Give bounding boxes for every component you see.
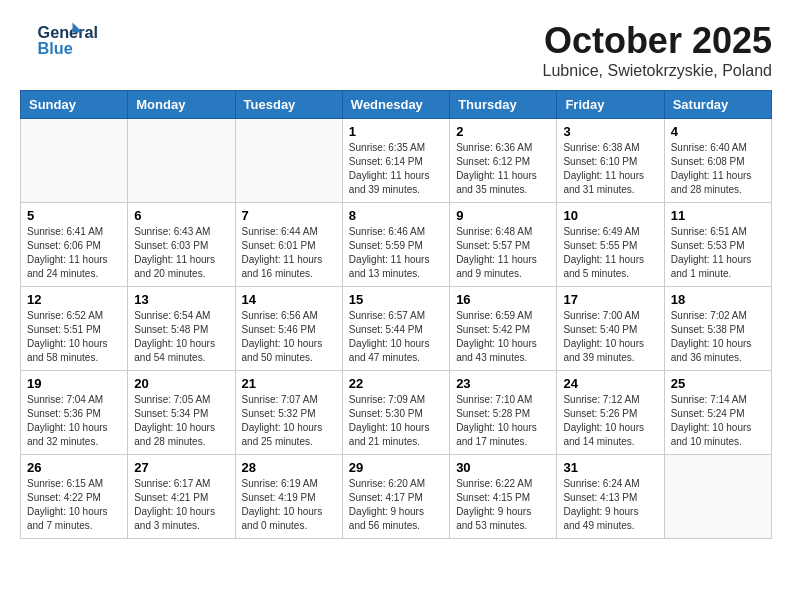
day-info: Sunrise: 6:36 AM Sunset: 6:12 PM Dayligh… [456,141,550,197]
logo: General Blue [20,20,100,60]
day-number: 15 [349,292,443,307]
day-info: Sunrise: 6:54 AM Sunset: 5:48 PM Dayligh… [134,309,228,365]
day-info: Sunrise: 6:40 AM Sunset: 6:08 PM Dayligh… [671,141,765,197]
day-info: Sunrise: 6:48 AM Sunset: 5:57 PM Dayligh… [456,225,550,281]
calendar-cell: 3Sunrise: 6:38 AM Sunset: 6:10 PM Daylig… [557,119,664,203]
day-number: 31 [563,460,657,475]
day-number: 24 [563,376,657,391]
col-header-wednesday: Wednesday [342,91,449,119]
day-number: 22 [349,376,443,391]
calendar-cell: 21Sunrise: 7:07 AM Sunset: 5:32 PM Dayli… [235,371,342,455]
day-number: 14 [242,292,336,307]
day-number: 28 [242,460,336,475]
calendar-cell: 22Sunrise: 7:09 AM Sunset: 5:30 PM Dayli… [342,371,449,455]
calendar-cell: 5Sunrise: 6:41 AM Sunset: 6:06 PM Daylig… [21,203,128,287]
col-header-sunday: Sunday [21,91,128,119]
day-info: Sunrise: 6:59 AM Sunset: 5:42 PM Dayligh… [456,309,550,365]
day-number: 16 [456,292,550,307]
calendar-cell: 19Sunrise: 7:04 AM Sunset: 5:36 PM Dayli… [21,371,128,455]
col-header-saturday: Saturday [664,91,771,119]
calendar-cell: 26Sunrise: 6:15 AM Sunset: 4:22 PM Dayli… [21,455,128,539]
calendar-cell: 12Sunrise: 6:52 AM Sunset: 5:51 PM Dayli… [21,287,128,371]
calendar-cell: 2Sunrise: 6:36 AM Sunset: 6:12 PM Daylig… [450,119,557,203]
calendar-week-row: 19Sunrise: 7:04 AM Sunset: 5:36 PM Dayli… [21,371,772,455]
location-subtitle: Lubnice, Swietokrzyskie, Poland [543,62,772,80]
calendar-cell: 14Sunrise: 6:56 AM Sunset: 5:46 PM Dayli… [235,287,342,371]
calendar-cell [664,455,771,539]
day-number: 11 [671,208,765,223]
day-number: 1 [349,124,443,139]
calendar-cell: 29Sunrise: 6:20 AM Sunset: 4:17 PM Dayli… [342,455,449,539]
calendar-cell: 18Sunrise: 7:02 AM Sunset: 5:38 PM Dayli… [664,287,771,371]
col-header-monday: Monday [128,91,235,119]
day-number: 4 [671,124,765,139]
day-info: Sunrise: 6:41 AM Sunset: 6:06 PM Dayligh… [27,225,121,281]
calendar-cell [128,119,235,203]
day-info: Sunrise: 7:14 AM Sunset: 5:24 PM Dayligh… [671,393,765,449]
calendar-cell: 23Sunrise: 7:10 AM Sunset: 5:28 PM Dayli… [450,371,557,455]
calendar-cell: 16Sunrise: 6:59 AM Sunset: 5:42 PM Dayli… [450,287,557,371]
day-number: 27 [134,460,228,475]
calendar-cell: 15Sunrise: 6:57 AM Sunset: 5:44 PM Dayli… [342,287,449,371]
col-header-thursday: Thursday [450,91,557,119]
day-number: 10 [563,208,657,223]
calendar-header-row: SundayMondayTuesdayWednesdayThursdayFrid… [21,91,772,119]
day-info: Sunrise: 6:15 AM Sunset: 4:22 PM Dayligh… [27,477,121,533]
day-number: 6 [134,208,228,223]
day-info: Sunrise: 7:10 AM Sunset: 5:28 PM Dayligh… [456,393,550,449]
day-info: Sunrise: 6:51 AM Sunset: 5:53 PM Dayligh… [671,225,765,281]
col-header-tuesday: Tuesday [235,91,342,119]
calendar-cell: 11Sunrise: 6:51 AM Sunset: 5:53 PM Dayli… [664,203,771,287]
calendar-cell: 27Sunrise: 6:17 AM Sunset: 4:21 PM Dayli… [128,455,235,539]
col-header-friday: Friday [557,91,664,119]
day-number: 12 [27,292,121,307]
day-number: 3 [563,124,657,139]
calendar-cell: 4Sunrise: 6:40 AM Sunset: 6:08 PM Daylig… [664,119,771,203]
calendar-cell: 13Sunrise: 6:54 AM Sunset: 5:48 PM Dayli… [128,287,235,371]
calendar-cell: 9Sunrise: 6:48 AM Sunset: 5:57 PM Daylig… [450,203,557,287]
day-number: 18 [671,292,765,307]
day-info: Sunrise: 6:17 AM Sunset: 4:21 PM Dayligh… [134,477,228,533]
calendar-cell [21,119,128,203]
title-section: October 2025 Lubnice, Swietokrzyskie, Po… [543,20,772,80]
calendar-week-row: 1Sunrise: 6:35 AM Sunset: 6:14 PM Daylig… [21,119,772,203]
calendar-week-row: 26Sunrise: 6:15 AM Sunset: 4:22 PM Dayli… [21,455,772,539]
calendar-cell: 20Sunrise: 7:05 AM Sunset: 5:34 PM Dayli… [128,371,235,455]
day-info: Sunrise: 7:02 AM Sunset: 5:38 PM Dayligh… [671,309,765,365]
page-header: General Blue October 2025 Lubnice, Swiet… [20,20,772,80]
day-number: 25 [671,376,765,391]
day-number: 5 [27,208,121,223]
month-title: October 2025 [543,20,772,62]
day-info: Sunrise: 7:12 AM Sunset: 5:26 PM Dayligh… [563,393,657,449]
calendar-cell: 8Sunrise: 6:46 AM Sunset: 5:59 PM Daylig… [342,203,449,287]
day-info: Sunrise: 6:24 AM Sunset: 4:13 PM Dayligh… [563,477,657,533]
calendar-cell: 25Sunrise: 7:14 AM Sunset: 5:24 PM Dayli… [664,371,771,455]
day-number: 26 [27,460,121,475]
calendar-cell: 10Sunrise: 6:49 AM Sunset: 5:55 PM Dayli… [557,203,664,287]
day-number: 8 [349,208,443,223]
day-info: Sunrise: 6:43 AM Sunset: 6:03 PM Dayligh… [134,225,228,281]
day-info: Sunrise: 6:56 AM Sunset: 5:46 PM Dayligh… [242,309,336,365]
calendar-table: SundayMondayTuesdayWednesdayThursdayFrid… [20,90,772,539]
day-number: 7 [242,208,336,223]
day-info: Sunrise: 6:49 AM Sunset: 5:55 PM Dayligh… [563,225,657,281]
day-number: 19 [27,376,121,391]
day-info: Sunrise: 7:00 AM Sunset: 5:40 PM Dayligh… [563,309,657,365]
logo-icon: General Blue [20,20,100,60]
calendar-cell: 17Sunrise: 7:00 AM Sunset: 5:40 PM Dayli… [557,287,664,371]
day-info: Sunrise: 6:22 AM Sunset: 4:15 PM Dayligh… [456,477,550,533]
day-number: 13 [134,292,228,307]
day-info: Sunrise: 6:19 AM Sunset: 4:19 PM Dayligh… [242,477,336,533]
day-number: 2 [456,124,550,139]
calendar-cell: 1Sunrise: 6:35 AM Sunset: 6:14 PM Daylig… [342,119,449,203]
calendar-cell: 28Sunrise: 6:19 AM Sunset: 4:19 PM Dayli… [235,455,342,539]
day-info: Sunrise: 6:52 AM Sunset: 5:51 PM Dayligh… [27,309,121,365]
day-number: 23 [456,376,550,391]
calendar-week-row: 12Sunrise: 6:52 AM Sunset: 5:51 PM Dayli… [21,287,772,371]
day-number: 21 [242,376,336,391]
day-number: 20 [134,376,228,391]
calendar-cell: 30Sunrise: 6:22 AM Sunset: 4:15 PM Dayli… [450,455,557,539]
day-number: 30 [456,460,550,475]
day-info: Sunrise: 6:46 AM Sunset: 5:59 PM Dayligh… [349,225,443,281]
day-info: Sunrise: 6:57 AM Sunset: 5:44 PM Dayligh… [349,309,443,365]
